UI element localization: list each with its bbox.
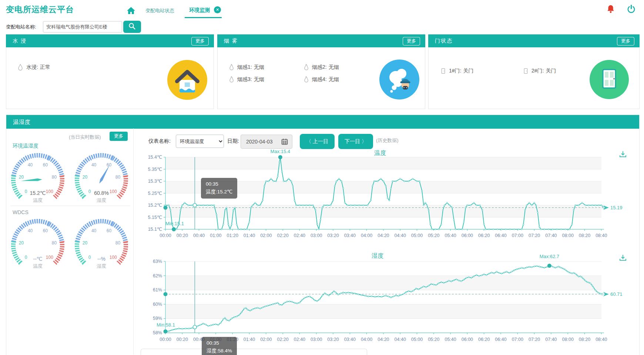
svg-text:06:20: 06:20	[478, 233, 490, 238]
chart-tooltip-temperature: 00:35 温度:15.2℃	[201, 178, 237, 199]
gauges-more-button[interactable]: 更多	[110, 132, 128, 141]
chart-tooltip-humidity: 00:35 湿度:58.4%	[202, 337, 237, 355]
svg-text:02:00: 02:00	[260, 337, 272, 342]
svg-text:Max:15.4: Max:15.4	[271, 149, 290, 154]
svg-text:05:20: 05:20	[428, 337, 439, 342]
home-icon[interactable]	[126, 6, 136, 17]
door-panel: 门状态 更多 1#门: 关门 2#门: 关门	[428, 34, 640, 109]
svg-text:60: 60	[107, 162, 112, 168]
svg-text:40: 40	[28, 162, 33, 168]
date-value: 2020-04-03	[246, 139, 281, 145]
gauge-group-name: WDCS	[13, 209, 28, 215]
svg-text:04:40: 04:40	[395, 233, 406, 238]
svg-text:15.2℃: 15.2℃	[148, 203, 162, 208]
bell-icon[interactable]	[606, 4, 615, 16]
svg-text:80: 80	[52, 175, 57, 180]
download-icon[interactable]	[620, 255, 626, 260]
door-status-item: 2#门: 关门	[523, 68, 556, 74]
smoke-panel-title: 烟 雾	[224, 38, 238, 44]
water-panel: 水 浸 更多 水浸: 正常	[6, 34, 214, 109]
svg-text:03:40: 03:40	[344, 233, 356, 238]
search-button[interactable]	[123, 21, 141, 33]
svg-text:61%: 61%	[153, 287, 162, 293]
chart-title: 湿度	[372, 253, 383, 259]
svg-text:03:20: 03:20	[327, 233, 339, 238]
svg-text:60%: 60%	[153, 302, 162, 307]
svg-text:60: 60	[43, 162, 48, 168]
tab-substation-status[interactable]: 变配电站状态	[145, 7, 174, 14]
prev-day-button[interactable]: 〈 上一日	[300, 134, 335, 149]
svg-text:00:20: 00:20	[177, 233, 188, 238]
tab-environment-monitor[interactable]: 环境监测	[189, 7, 210, 14]
date-input[interactable]: 2020-04-03	[241, 135, 292, 149]
gauge-label: 湿度	[73, 197, 130, 204]
svg-text:15.35℃: 15.35℃	[148, 167, 162, 172]
meter-name-label: 仪表名称:	[148, 138, 171, 145]
svg-text:Min:58.1: Min:58.1	[157, 322, 175, 328]
next-day-button[interactable]: 下一日 〉	[338, 134, 373, 149]
svg-text:01:00: 01:00	[210, 233, 221, 238]
smoke-sensor-item: 烟感2: 无烟	[303, 64, 339, 71]
svg-text:20: 20	[19, 175, 24, 180]
gauge-env-temperature: 15.2℃ 温度 020406080100	[10, 151, 66, 206]
door-more-button[interactable]: 更多	[617, 37, 634, 45]
meter-select[interactable]: 环境温湿度	[176, 135, 224, 148]
gauge-value: 60.8%	[73, 190, 130, 196]
svg-text:40: 40	[91, 162, 97, 168]
svg-text:07:40: 07:40	[545, 233, 557, 238]
svg-text:04:00: 04:00	[361, 337, 372, 342]
droplet-icon	[17, 64, 23, 71]
download-icon[interactable]	[620, 151, 626, 157]
close-icon[interactable]: ✕	[214, 6, 221, 13]
door-panel-header: 门状态 更多	[428, 34, 640, 47]
flame-icon	[303, 64, 309, 71]
svg-text:06:40: 06:40	[495, 233, 506, 238]
gauge-value: --%	[73, 256, 130, 262]
svg-text:15.19: 15.19	[610, 205, 623, 210]
svg-text:02:40: 02:40	[294, 337, 305, 342]
svg-text:07:20: 07:20	[529, 233, 540, 238]
smoke-sensor-item: 烟感3: 无烟	[228, 76, 264, 83]
smoke-more-button[interactable]: 更多	[403, 37, 420, 45]
svg-text:15.15℃: 15.15℃	[148, 215, 162, 220]
svg-text:80: 80	[52, 240, 57, 246]
svg-text:00:40: 00:40	[193, 233, 205, 238]
svg-text:07:00: 07:00	[512, 233, 523, 238]
gauge-value: --℃	[10, 256, 66, 262]
svg-text:06:00: 06:00	[462, 337, 473, 342]
svg-text:08:00: 08:00	[562, 233, 574, 238]
door-status-item: 1#门: 关门	[440, 68, 473, 74]
water-panel-body: 水浸: 正常	[6, 47, 214, 109]
gauge-env-humidity: 60.8% 湿度 020406080100	[73, 151, 130, 206]
door-panel-body: 1#门: 关门 2#门: 关门	[428, 47, 640, 109]
realtime-note: (当日实时数据)	[69, 134, 101, 141]
app-title: 变电所运维云平台	[6, 4, 74, 15]
svg-text:01:40: 01:40	[244, 337, 255, 342]
smoke-panel-header: 烟 雾 更多	[217, 34, 425, 47]
power-icon[interactable]	[627, 4, 636, 15]
flame-icon	[228, 76, 234, 83]
substation-name-label: 变配电站名称:	[6, 24, 36, 30]
bottom-strip	[141, 349, 367, 355]
substation-name-input[interactable]	[43, 21, 122, 33]
door-panel-title: 门状态	[435, 38, 453, 44]
svg-text:08:20: 08:20	[579, 337, 590, 342]
gauge-wdcs-humidity: --% 湿度 020406080100	[73, 217, 130, 272]
svg-text:06:40: 06:40	[495, 337, 506, 342]
search-icon	[128, 22, 136, 30]
water-house-icon	[167, 60, 207, 100]
gauge-label: 温度	[10, 263, 66, 270]
svg-text:07:40: 07:40	[545, 337, 557, 342]
water-more-button[interactable]: 更多	[191, 37, 209, 45]
svg-text:02:40: 02:40	[294, 233, 305, 238]
svg-text:08:40: 08:40	[596, 233, 607, 238]
gauge-label: 湿度	[73, 263, 130, 270]
svg-text:03:00: 03:00	[311, 337, 322, 342]
svg-text:62%: 62%	[153, 273, 162, 278]
svg-text:07:20: 07:20	[529, 337, 540, 342]
smoke-panel: 烟 雾 更多 烟感1: 无烟 烟感2: 无烟 烟感3: 无烟 烟感4:	[217, 34, 425, 109]
svg-text:60: 60	[43, 228, 48, 233]
gauge-group-name: 环境温湿度	[13, 143, 38, 149]
history-note: (历史数据)	[376, 137, 399, 144]
svg-text:05:20: 05:20	[428, 233, 439, 238]
